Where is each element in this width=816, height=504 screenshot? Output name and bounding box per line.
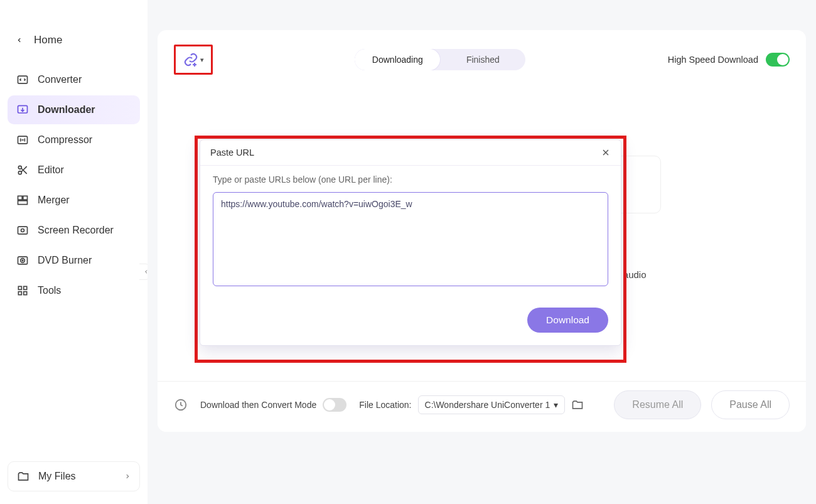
sidebar-nav: Converter Downloader Compressor Editor M… <box>0 65 148 305</box>
nav-label: Downloader <box>38 104 95 115</box>
disc-icon <box>16 254 29 267</box>
file-location-select[interactable]: C:\Wondershare UniConverter 1 ▾ <box>418 395 566 414</box>
nav-label: DVD Burner <box>38 255 92 266</box>
svg-point-28 <box>22 260 23 261</box>
link-plus-icon <box>183 52 198 67</box>
chevron-right-icon <box>124 473 131 480</box>
svg-rect-32 <box>24 292 27 295</box>
convert-mode-row: Download then Convert Mode <box>200 398 346 412</box>
download-button[interactable]: Download <box>527 308 608 333</box>
open-folder-icon[interactable] <box>571 399 584 411</box>
svg-rect-24 <box>18 227 28 234</box>
merger-icon <box>16 194 29 206</box>
grid-icon <box>16 284 29 297</box>
paste-url-dialog: Paste URL Type or paste URLs below (one … <box>200 139 621 346</box>
sidebar-home[interactable]: Home <box>0 25 148 55</box>
my-files-label: My Files <box>38 471 76 482</box>
folder-icon <box>17 470 30 483</box>
nav-label: Tools <box>38 285 61 296</box>
mode-label: Download then Convert Mode <box>200 400 316 410</box>
downloader-icon <box>16 104 29 116</box>
svg-point-25 <box>21 229 24 232</box>
home-label: Home <box>34 34 62 46</box>
file-location-row: File Location: C:\Wondershare UniConvert… <box>359 395 584 414</box>
sidebar-item-editor[interactable]: Editor <box>8 156 140 185</box>
add-url-button[interactable]: ▾ <box>174 45 213 75</box>
recorder-icon <box>16 224 29 237</box>
svg-rect-31 <box>18 292 21 295</box>
tab-label: Downloading <box>372 55 423 65</box>
sidebar-item-downloader[interactable]: Downloader <box>8 95 140 124</box>
chevron-down-icon: ▾ <box>554 400 558 410</box>
sidebar-item-compressor[interactable]: Compressor <box>8 126 140 154</box>
svg-rect-23 <box>18 201 28 205</box>
download-tabs: Downloading Finished <box>355 49 525 70</box>
sidebar: Home Converter Downloader Compressor Edi… <box>0 0 148 504</box>
fileloc-label: File Location: <box>359 400 411 410</box>
sidebar-item-tools[interactable]: Tools <box>8 276 140 305</box>
scissors-icon <box>16 164 29 176</box>
convert-mode-toggle[interactable] <box>323 398 346 412</box>
nav-label: Converter <box>38 74 82 85</box>
svg-point-17 <box>18 166 21 169</box>
high-speed-download: High Speed Download <box>668 53 790 67</box>
compressor-icon <box>16 134 29 146</box>
tab-finished[interactable]: Finished <box>440 49 525 70</box>
hsd-label: High Speed Download <box>668 55 758 65</box>
panel-topbar: ▾ Downloading Finished High Speed Downlo… <box>158 43 806 77</box>
nav-label: Editor <box>38 164 64 176</box>
svg-rect-29 <box>18 286 21 289</box>
converter-icon <box>16 73 29 86</box>
url-input[interactable] <box>213 192 608 286</box>
chevron-left-icon <box>16 36 23 44</box>
svg-rect-21 <box>18 196 23 200</box>
hsd-toggle[interactable] <box>766 53 790 67</box>
path-value: C:\Wondershare UniConverter 1 <box>425 400 550 410</box>
my-files-button[interactable]: My Files <box>8 461 140 491</box>
pause-all-button[interactable]: Pause All <box>711 390 790 419</box>
dialog-hint: Type or paste URLs below (one URL per li… <box>213 174 608 185</box>
tab-label: Finished <box>466 55 500 65</box>
sidebar-item-dvd-burner[interactable]: DVD Burner <box>8 246 140 275</box>
panel-footer: Download then Convert Mode File Location… <box>158 381 806 432</box>
nav-label: Merger <box>38 195 70 206</box>
svg-rect-22 <box>23 196 28 200</box>
audio-chip: audio <box>623 269 647 280</box>
tab-downloading[interactable]: Downloading <box>355 49 440 70</box>
dialog-close-icon[interactable] <box>601 147 611 158</box>
dialog-title: Paste URL <box>210 147 254 158</box>
nav-label: Compressor <box>38 134 92 146</box>
sidebar-item-merger[interactable]: Merger <box>8 186 140 215</box>
svg-rect-30 <box>24 286 27 289</box>
svg-point-18 <box>18 171 21 174</box>
chevron-down-icon: ▾ <box>200 56 204 64</box>
resume-all-button[interactable]: Resume All <box>614 390 701 419</box>
sidebar-item-converter[interactable]: Converter <box>8 65 140 94</box>
schedule-icon[interactable] <box>174 398 188 412</box>
nav-label: Screen Recorder <box>38 225 114 236</box>
sidebar-item-screen-recorder[interactable]: Screen Recorder <box>8 216 140 245</box>
